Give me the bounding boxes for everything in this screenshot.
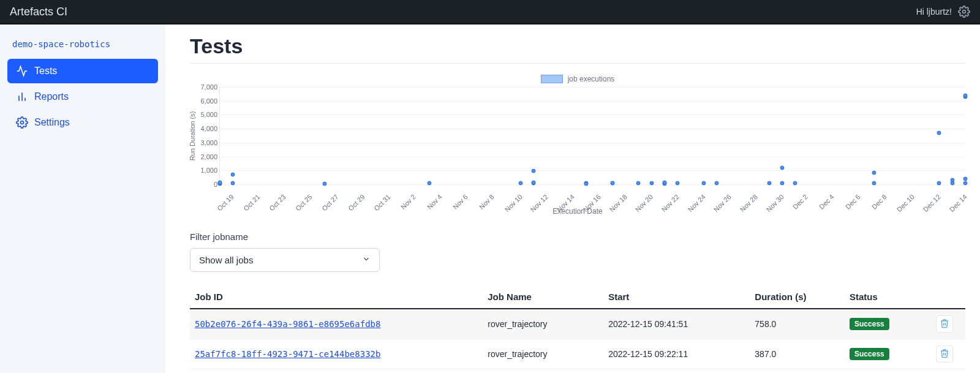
chart-point[interactable]	[231, 181, 235, 186]
y-tick: 3,000	[192, 139, 217, 146]
user-greeting: Hi ljburtz!	[916, 7, 952, 17]
trash-icon	[940, 349, 949, 360]
chart-point[interactable]	[218, 181, 222, 185]
job-duration-cell: 758.0	[750, 309, 845, 339]
chart-point[interactable]	[519, 181, 523, 185]
divider	[190, 63, 965, 64]
y-tick: 1,000	[192, 167, 217, 174]
status-badge: Success	[850, 318, 889, 330]
sidebar-item-label: Settings	[34, 117, 70, 128]
table-row: 50b2e076-26f4-439a-9861-e8695e6afdb8rove…	[190, 309, 965, 339]
chart-point[interactable]	[701, 181, 706, 186]
job-name-cell: rover_trajectory	[483, 339, 603, 369]
project-link[interactable]: demo-space-robotics	[5, 36, 160, 58]
chart-point[interactable]	[767, 181, 771, 185]
gear-icon	[16, 116, 28, 129]
y-tick: 0	[192, 181, 217, 188]
chart-point[interactable]	[872, 181, 876, 185]
sidebar-item-reports[interactable]: Reports	[7, 85, 158, 109]
sidebar-item-label: Reports	[34, 91, 69, 102]
column-header: Status	[845, 285, 931, 309]
delete-button[interactable]	[936, 315, 953, 333]
settings-gear-icon[interactable]	[958, 6, 970, 18]
chart-point[interactable]	[950, 178, 954, 183]
sidebar-item-tests[interactable]: Tests	[7, 59, 158, 83]
chart-point[interactable]	[532, 169, 536, 173]
column-header: Start	[603, 285, 750, 309]
chart-point[interactable]	[780, 181, 785, 185]
filter-select[interactable]: Show all jobs	[190, 248, 380, 272]
chart-point[interactable]	[584, 181, 588, 186]
chart-point[interactable]	[715, 181, 719, 185]
job-duration-cell: 387.0	[750, 339, 845, 369]
column-header: Duration (s)	[750, 285, 845, 309]
chart-point[interactable]	[610, 181, 614, 186]
column-header: Job ID	[190, 285, 483, 309]
column-header	[931, 285, 965, 309]
page-title: Tests	[190, 34, 965, 58]
chart-point[interactable]	[963, 93, 968, 97]
filter-selected-value: Show all jobs	[199, 255, 253, 265]
sidebar-item-settings[interactable]: Settings	[7, 110, 158, 135]
legend-swatch	[541, 75, 563, 83]
job-id-link[interactable]: 50b2e076-26f4-439a-9861-e8695e6afdb8	[195, 319, 380, 329]
chevron-down-icon	[362, 255, 371, 265]
y-tick: 2,000	[192, 153, 217, 160]
column-header: Job Name	[483, 285, 603, 309]
bar-chart-icon	[16, 91, 28, 103]
table-row: 25af7fc8-18ff-4923-9471-ce144be8332brove…	[190, 339, 965, 369]
svg-point-0	[963, 10, 966, 13]
y-tick: 7,000	[192, 83, 217, 91]
chart-point[interactable]	[231, 173, 235, 177]
legend-label: job executions	[568, 75, 615, 83]
trash-icon	[940, 318, 949, 330]
activity-icon	[16, 65, 28, 77]
chart-point[interactable]	[793, 181, 797, 186]
chart-point[interactable]	[963, 181, 968, 185]
chart-point[interactable]	[937, 181, 941, 186]
chart-point[interactable]	[662, 181, 666, 185]
status-badge: Success	[850, 348, 889, 360]
chart-point[interactable]	[322, 181, 326, 186]
chart-point[interactable]	[780, 165, 785, 170]
chart-point[interactable]	[532, 181, 536, 185]
filter-label: Filter jobname	[190, 232, 965, 242]
executions-chart: job executions Run Duration (s) 01,0002,…	[190, 75, 965, 216]
jobs-table: Job IDJob NameStartDuration (s)Status 50…	[190, 285, 965, 369]
chart-point[interactable]	[427, 181, 431, 186]
sidebar-item-label: Tests	[34, 66, 57, 77]
chart-point[interactable]	[872, 170, 876, 175]
chart-point[interactable]	[636, 181, 641, 186]
delete-button[interactable]	[936, 345, 953, 363]
brand-title[interactable]: Artefacts CI	[10, 6, 67, 18]
job-start-cell: 2022-12-15 09:41:51	[603, 309, 750, 339]
y-tick: 6,000	[192, 97, 217, 105]
chart-point[interactable]	[649, 181, 654, 185]
y-tick: 4,000	[192, 125, 217, 132]
job-name-cell: rover_trajectory	[483, 309, 603, 339]
y-tick: 5,000	[192, 111, 217, 118]
chart-point[interactable]	[676, 181, 680, 185]
job-id-link[interactable]: 25af7fc8-18ff-4923-9471-ce144be8332b	[195, 349, 380, 359]
job-start-cell: 2022-12-15 09:22:11	[603, 339, 750, 369]
chart-point[interactable]	[963, 176, 968, 181]
chart-point[interactable]	[937, 130, 941, 135]
svg-point-4	[21, 121, 24, 124]
